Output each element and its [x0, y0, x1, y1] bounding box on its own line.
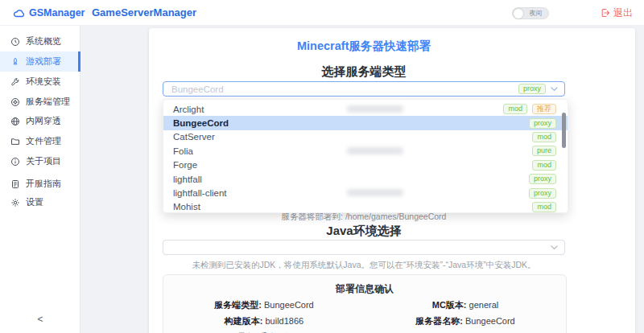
blurred-text [347, 189, 403, 196]
sidebar: 系统概览 游戏部署 环境安装 服务端管理 内网穿透 文件管理 关于项目 开服指南… [0, 26, 80, 333]
chevron-down-icon [551, 245, 558, 250]
sidebar-item-game-deploy[interactable]: 游戏部署 [0, 51, 80, 72]
server-type-placeholder: BungeeCord [171, 84, 518, 94]
topbar: GSManager GameServerManager 夜间 退出 [0, 0, 644, 26]
confirm-grid: 服务端类型: BungeeCord MC版本: general 构建版本: bu… [163, 299, 566, 333]
logout-label: 退出 [613, 6, 633, 20]
sidebar-item-env-install[interactable]: 环境安装 [0, 72, 80, 92]
main-area: Minecraft服务器快速部署 选择服务端类型 BungeeCord prox… [80, 26, 644, 333]
dropdown-item-catserver[interactable]: CatServer mod [163, 130, 568, 144]
page-title: Minecraft服务器快速部署 [163, 39, 565, 54]
type-tag: pure [532, 146, 556, 156]
dropdown-item-bungeecord[interactable]: BungeeCord proxy [163, 116, 568, 130]
blurred-text [347, 105, 403, 113]
dropdown-item-lightfall[interactable]: lightfall proxy [163, 172, 568, 186]
server-type-dropdown: Arclight mod 推荐 BungeeCord proxy CatServ… [163, 99, 568, 213]
confirm-field-mc-version: MC版本: general [365, 299, 566, 311]
dropdown-item-arclight[interactable]: Arclight mod 推荐 [163, 102, 568, 116]
info-icon [10, 157, 20, 166]
app-title: GameServerManager [92, 0, 196, 26]
server-manage-icon [10, 97, 20, 107]
dropdown-item-forge[interactable]: Forge mod [163, 158, 568, 172]
dropdown-scrollbar[interactable] [562, 113, 566, 148]
logout-button[interactable]: 退出 [601, 0, 633, 26]
type-tag: mod [532, 160, 556, 171]
recommended-badge: 推荐 [532, 104, 556, 114]
sidebar-item-intranet[interactable]: 内网穿透 [0, 111, 80, 131]
sidebar-item-overview[interactable]: 系统概览 [0, 31, 80, 51]
server-type-select[interactable]: BungeeCord proxy [163, 81, 565, 97]
java-env-select[interactable] [163, 240, 565, 255]
confirm-field-server-type: 服务端类型: BungeeCord [163, 299, 365, 311]
sidebar-item-label: 服务端管理 [26, 96, 70, 108]
guide-book-icon [10, 179, 20, 189]
sidebar-item-files[interactable]: 文件管理 [0, 131, 80, 151]
server-type-heading: 选择服务端类型 [163, 64, 565, 80]
dropdown-item-mohist[interactable]: Mohist mod [163, 200, 568, 213]
deploy-card: Minecraft服务器快速部署 选择服务端类型 BungeeCord prox… [149, 28, 635, 333]
java-hint-text: 未检测到已安装的JDK，将使用系统默认Java。您可以在“环境安装”-“Java… [163, 260, 565, 271]
rocket-icon [10, 57, 20, 67]
sidebar-item-label: 文件管理 [26, 135, 61, 147]
confirm-field-server-name: 服务器名称: BungeeCord [365, 315, 566, 327]
dropdown-item-folia[interactable]: Folia pure [163, 144, 568, 158]
sidebar-item-label: 开服指南 [26, 178, 61, 190]
overview-clock-icon [10, 37, 20, 47]
sidebar-item-label: 环境安装 [26, 76, 61, 88]
chevron-down-icon [551, 87, 558, 92]
confirm-field-build: 构建版本: build1866 [163, 315, 365, 327]
type-tag: mod [503, 104, 527, 114]
gear-icon [10, 198, 20, 208]
sidebar-item-settings[interactable]: 设置 [0, 192, 80, 212]
toggle-knob-icon [514, 9, 523, 18]
sidebar-item-server-manage[interactable]: 服务端管理 [0, 92, 80, 112]
java-env-heading: Java环境选择 [163, 224, 565, 239]
sidebar-item-label: 设置 [26, 196, 43, 208]
blurred-text [347, 147, 403, 154]
dropdown-item-lightfall-client[interactable]: lightfall-client proxy [163, 186, 568, 199]
globe-icon [10, 117, 20, 126]
theme-toggle[interactable]: 夜间 [512, 7, 549, 19]
sidebar-item-label: 游戏部署 [26, 56, 61, 68]
toggle-label: 夜间 [523, 9, 548, 18]
deploy-path-text: 服务器将部署到: /home/games/BungeeCord [163, 212, 565, 223]
sidebar-item-label: 系统概览 [26, 35, 61, 47]
sidebar-collapse-button[interactable]: < [0, 314, 80, 325]
cloud-logo-icon [13, 7, 25, 19]
selected-type-tag: proxy [518, 84, 546, 94]
sidebar-item-label: 关于项目 [26, 155, 61, 167]
wrench-icon [10, 77, 20, 87]
confirm-title: 部署信息确认 [163, 282, 566, 296]
type-tag: proxy [529, 118, 556, 129]
folder-icon [10, 137, 20, 146]
type-tag: proxy [529, 174, 556, 184]
deploy-confirm-panel: 部署信息确认 服务端类型: BungeeCord MC版本: general 构… [163, 274, 567, 333]
sidebar-item-label: 内网穿透 [26, 115, 61, 127]
type-tag: mod [532, 132, 556, 142]
sidebar-item-guide[interactable]: 开服指南 [0, 174, 80, 194]
sidebar-item-about[interactable]: 关于项目 [0, 151, 80, 171]
logo-text: GSManager [29, 7, 85, 18]
type-tag: mod [532, 202, 556, 212]
type-tag: proxy [529, 188, 556, 199]
app-logo: GSManager [13, 0, 85, 26]
logout-icon [601, 8, 610, 18]
